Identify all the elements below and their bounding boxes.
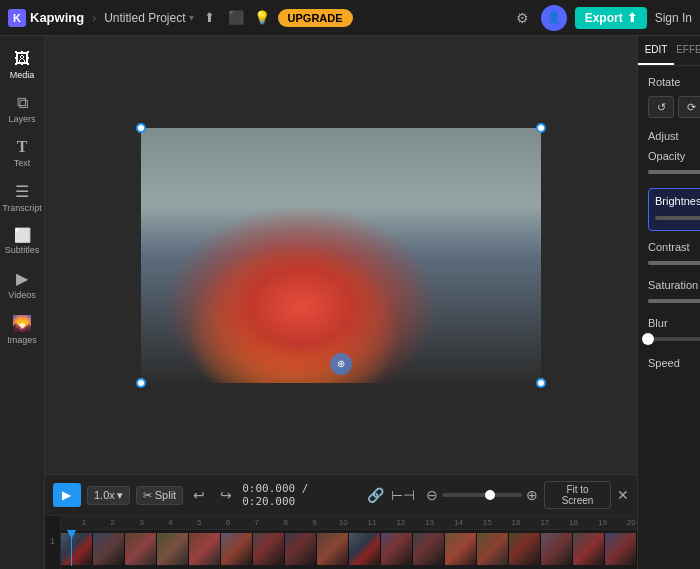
- playhead[interactable]: [71, 530, 72, 566]
- rotate-buttons: ↺ ⟳ ⇔ — 0° +: [648, 96, 700, 118]
- zoom-out-icon: ⊖: [426, 487, 438, 503]
- redo-icon: ↪: [220, 487, 232, 503]
- sidebar-item-transcript[interactable]: ☰ Transcript: [0, 176, 44, 219]
- tm-20: 20: [627, 518, 636, 527]
- settings-icon[interactable]: ⚙: [513, 8, 533, 28]
- tab-edit[interactable]: EDIT: [638, 36, 674, 65]
- timeline: ▶ 1.0x ▾ ✂ Split ↩ ↪ 0:00.000: [45, 474, 637, 569]
- adjust-title: Adjust: [648, 130, 700, 142]
- film-frame-14: [477, 533, 509, 565]
- time-sep: /: [302, 482, 309, 495]
- rotate-title: Rotate: [648, 76, 700, 88]
- sidebar-item-images[interactable]: 🌄 Images: [0, 308, 44, 351]
- undo-button[interactable]: ↩: [189, 484, 210, 506]
- left-sidebar: 🖼 Media ⧉ Layers T Text ☰ Transcript ⬜ S…: [0, 36, 45, 569]
- contrast-row: Contrast 0 ◇: [648, 241, 700, 269]
- film-frame-4: [157, 533, 189, 565]
- signin-button[interactable]: Sign In: [655, 11, 692, 25]
- film-frame-8: [285, 533, 317, 565]
- export-button[interactable]: Export ⬆: [575, 7, 647, 29]
- zoom-controls: ⊖ ⊕: [426, 487, 538, 503]
- saturation-slider[interactable]: [648, 299, 700, 303]
- film-frame-10: [349, 533, 381, 565]
- link-icon[interactable]: 🔗: [366, 484, 387, 506]
- split-timeline-icon[interactable]: ⊢⊣: [392, 484, 414, 506]
- rotate-ccw-button[interactable]: ↺: [648, 96, 674, 118]
- topbar: K Kapwing › Untitled Project ▾ ⬆ ⬛ 💡 UPG…: [0, 0, 700, 36]
- sidebar-item-text[interactable]: T Text: [0, 132, 44, 174]
- split-icon: ✂: [143, 489, 152, 502]
- contrast-label-row: Contrast: [648, 241, 700, 253]
- tm-3: 3: [139, 518, 143, 527]
- handle-bottom-left[interactable]: [136, 378, 146, 388]
- split-button[interactable]: ✂ Split: [136, 486, 183, 505]
- fit-to-screen-button[interactable]: Fit to Screen: [544, 481, 611, 509]
- handle-top-right[interactable]: [536, 123, 546, 133]
- zoom-out-button[interactable]: ⊖: [426, 487, 438, 503]
- time-display: 0:00.000 / 0:20.000: [242, 482, 359, 508]
- zoom-thumb: [485, 490, 495, 500]
- blur-slider[interactable]: [648, 337, 700, 341]
- close-timeline-button[interactable]: ✕: [617, 487, 629, 503]
- tm-9: 9: [312, 518, 316, 527]
- tm-15: 15: [483, 518, 492, 527]
- tm-13: 13: [425, 518, 434, 527]
- canvas-frame[interactable]: ⊕: [141, 128, 541, 383]
- zoom-slider[interactable]: [442, 493, 522, 497]
- sidebar-label-media: Media: [10, 70, 35, 80]
- images-icon: 🌄: [12, 314, 32, 333]
- film-frame-5: [189, 533, 221, 565]
- contrast-slider[interactable]: [648, 261, 700, 265]
- share-icon[interactable]: ⬆: [200, 8, 220, 28]
- tm-11: 11: [368, 518, 377, 527]
- bulb-icon[interactable]: 💡: [252, 8, 272, 28]
- handle-top-left[interactable]: [136, 123, 146, 133]
- handle-bottom-right[interactable]: [536, 378, 546, 388]
- project-name[interactable]: Untitled Project ▾: [104, 11, 193, 25]
- zoom-in-button[interactable]: ⊕: [526, 487, 538, 503]
- upgrade-button[interactable]: UPGRADE: [278, 9, 353, 27]
- play-button[interactable]: ▶: [53, 483, 81, 507]
- brightness-slider[interactable]: [655, 216, 700, 220]
- sidebar-item-videos[interactable]: ▶ Videos: [0, 263, 44, 306]
- canvas-wrapper: ⊕: [45, 36, 637, 474]
- sidebar-label-transcript: Transcript: [2, 203, 42, 213]
- tm-19: 19: [598, 518, 607, 527]
- track-content: 1 2 3 4 5 6 7 8 9 10 11 12 13 14: [61, 516, 637, 569]
- brightness-slider-row: 0 ◇: [655, 211, 700, 224]
- undo-icon: ↩: [193, 487, 205, 503]
- time-total: 0:20.000: [242, 495, 295, 508]
- split-label: Split: [155, 489, 176, 501]
- opacity-label-row: Opacity Reset: [648, 150, 700, 162]
- sidebar-item-subtitles[interactable]: ⬜ Subtitles: [0, 221, 44, 261]
- rotate-cw-button[interactable]: ⟳: [678, 96, 700, 118]
- monitor-icon[interactable]: ⬛: [226, 8, 246, 28]
- film-frame-1: [61, 533, 93, 565]
- tab-effects[interactable]: EFFECTS: [674, 36, 700, 65]
- opacity-slider[interactable]: [648, 170, 700, 174]
- rotate-section: Rotate ↺ ⟳ ⇔ — 0° +: [648, 76, 700, 118]
- tm-10: 10: [339, 518, 348, 527]
- sidebar-item-media[interactable]: 🖼 Media: [0, 44, 44, 86]
- redo-button[interactable]: ↪: [216, 484, 237, 506]
- speed-selector[interactable]: 1.0x ▾: [87, 486, 130, 505]
- blur-label-row: Blur Reset: [648, 317, 700, 329]
- film-frame-15: [509, 533, 541, 565]
- sidebar-item-layers[interactable]: ⧉ Layers: [0, 88, 44, 130]
- film-frame-9: [317, 533, 349, 565]
- zoom-in-icon: ⊕: [526, 487, 538, 503]
- video-overlay: [141, 128, 541, 383]
- tm-5: 5: [197, 518, 201, 527]
- tm-8: 8: [283, 518, 287, 527]
- opacity-label: Opacity: [648, 150, 685, 162]
- track-strip[interactable]: [61, 530, 637, 566]
- blur-thumb[interactable]: [642, 333, 654, 345]
- timeline-controls: ▶ 1.0x ▾ ✂ Split ↩ ↪ 0:00.000: [45, 475, 637, 516]
- panel-tabs: EDIT EFFECTS TRANSITIONS TIMING: [638, 36, 700, 66]
- user-avatar[interactable]: 👤: [541, 5, 567, 31]
- film-frame-18: [605, 533, 637, 565]
- timescale: 1 2 3 4 5 6 7 8 9 10 11 12 13 14: [61, 516, 637, 530]
- tm-17: 17: [540, 518, 549, 527]
- sidebar-label-images: Images: [7, 335, 37, 345]
- center-nav-button[interactable]: ⊕: [330, 353, 352, 375]
